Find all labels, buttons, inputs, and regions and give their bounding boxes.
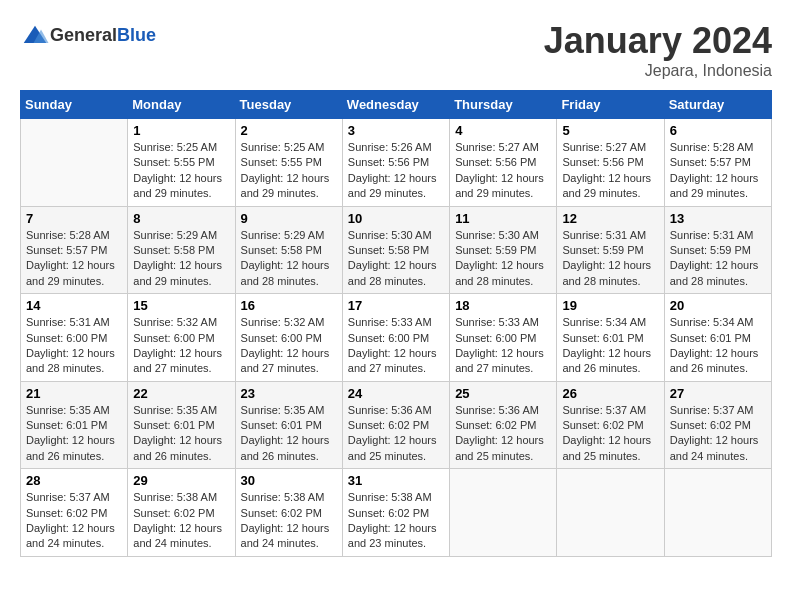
col-friday: Friday [557, 91, 664, 119]
calendar-cell: 29Sunrise: 5:38 AM Sunset: 6:02 PM Dayli… [128, 469, 235, 557]
calendar-cell: 11Sunrise: 5:30 AM Sunset: 5:59 PM Dayli… [450, 206, 557, 294]
day-number: 30 [241, 473, 337, 488]
day-number: 4 [455, 123, 551, 138]
day-info: Sunrise: 5:25 AM Sunset: 5:55 PM Dayligh… [133, 140, 229, 202]
col-tuesday: Tuesday [235, 91, 342, 119]
calendar-cell: 28Sunrise: 5:37 AM Sunset: 6:02 PM Dayli… [21, 469, 128, 557]
calendar-cell: 3Sunrise: 5:26 AM Sunset: 5:56 PM Daylig… [342, 119, 449, 207]
day-number: 9 [241, 211, 337, 226]
day-info: Sunrise: 5:27 AM Sunset: 5:56 PM Dayligh… [455, 140, 551, 202]
week-row-2: 7Sunrise: 5:28 AM Sunset: 5:57 PM Daylig… [21, 206, 772, 294]
day-info: Sunrise: 5:38 AM Sunset: 6:02 PM Dayligh… [348, 490, 444, 552]
logo: GeneralBlue [20, 20, 156, 50]
calendar-cell: 5Sunrise: 5:27 AM Sunset: 5:56 PM Daylig… [557, 119, 664, 207]
col-saturday: Saturday [664, 91, 771, 119]
day-info: Sunrise: 5:32 AM Sunset: 6:00 PM Dayligh… [133, 315, 229, 377]
day-number: 17 [348, 298, 444, 313]
day-number: 8 [133, 211, 229, 226]
day-number: 6 [670, 123, 766, 138]
day-number: 25 [455, 386, 551, 401]
calendar-cell: 7Sunrise: 5:28 AM Sunset: 5:57 PM Daylig… [21, 206, 128, 294]
calendar-cell [21, 119, 128, 207]
col-monday: Monday [128, 91, 235, 119]
day-info: Sunrise: 5:36 AM Sunset: 6:02 PM Dayligh… [348, 403, 444, 465]
day-info: Sunrise: 5:37 AM Sunset: 6:02 PM Dayligh… [562, 403, 658, 465]
col-sunday: Sunday [21, 91, 128, 119]
calendar-cell: 17Sunrise: 5:33 AM Sunset: 6:00 PM Dayli… [342, 294, 449, 382]
day-number: 15 [133, 298, 229, 313]
day-info: Sunrise: 5:37 AM Sunset: 6:02 PM Dayligh… [26, 490, 122, 552]
day-number: 29 [133, 473, 229, 488]
col-wednesday: Wednesday [342, 91, 449, 119]
calendar-cell: 25Sunrise: 5:36 AM Sunset: 6:02 PM Dayli… [450, 381, 557, 469]
calendar-cell: 19Sunrise: 5:34 AM Sunset: 6:01 PM Dayli… [557, 294, 664, 382]
day-info: Sunrise: 5:36 AM Sunset: 6:02 PM Dayligh… [455, 403, 551, 465]
day-info: Sunrise: 5:35 AM Sunset: 6:01 PM Dayligh… [26, 403, 122, 465]
day-number: 12 [562, 211, 658, 226]
calendar-cell: 22Sunrise: 5:35 AM Sunset: 6:01 PM Dayli… [128, 381, 235, 469]
calendar-cell: 24Sunrise: 5:36 AM Sunset: 6:02 PM Dayli… [342, 381, 449, 469]
day-number: 18 [455, 298, 551, 313]
col-thursday: Thursday [450, 91, 557, 119]
title-area: January 2024 Jepara, Indonesia [544, 20, 772, 80]
day-number: 13 [670, 211, 766, 226]
day-number: 20 [670, 298, 766, 313]
day-info: Sunrise: 5:35 AM Sunset: 6:01 PM Dayligh… [133, 403, 229, 465]
day-number: 14 [26, 298, 122, 313]
day-info: Sunrise: 5:33 AM Sunset: 6:00 PM Dayligh… [455, 315, 551, 377]
week-row-1: 1Sunrise: 5:25 AM Sunset: 5:55 PM Daylig… [21, 119, 772, 207]
day-number: 28 [26, 473, 122, 488]
day-number: 11 [455, 211, 551, 226]
location-title: Jepara, Indonesia [544, 62, 772, 80]
week-row-3: 14Sunrise: 5:31 AM Sunset: 6:00 PM Dayli… [21, 294, 772, 382]
day-number: 26 [562, 386, 658, 401]
day-info: Sunrise: 5:31 AM Sunset: 6:00 PM Dayligh… [26, 315, 122, 377]
calendar-cell: 18Sunrise: 5:33 AM Sunset: 6:00 PM Dayli… [450, 294, 557, 382]
day-number: 5 [562, 123, 658, 138]
calendar-cell: 6Sunrise: 5:28 AM Sunset: 5:57 PM Daylig… [664, 119, 771, 207]
calendar-cell: 27Sunrise: 5:37 AM Sunset: 6:02 PM Dayli… [664, 381, 771, 469]
day-info: Sunrise: 5:30 AM Sunset: 5:59 PM Dayligh… [455, 228, 551, 290]
logo-text-general: General [50, 25, 117, 46]
calendar-cell: 13Sunrise: 5:31 AM Sunset: 5:59 PM Dayli… [664, 206, 771, 294]
calendar-cell: 2Sunrise: 5:25 AM Sunset: 5:55 PM Daylig… [235, 119, 342, 207]
calendar-cell [664, 469, 771, 557]
day-info: Sunrise: 5:26 AM Sunset: 5:56 PM Dayligh… [348, 140, 444, 202]
day-number: 23 [241, 386, 337, 401]
day-number: 10 [348, 211, 444, 226]
day-number: 27 [670, 386, 766, 401]
calendar-cell [557, 469, 664, 557]
calendar-cell: 12Sunrise: 5:31 AM Sunset: 5:59 PM Dayli… [557, 206, 664, 294]
day-number: 2 [241, 123, 337, 138]
calendar-table: Sunday Monday Tuesday Wednesday Thursday… [20, 90, 772, 557]
calendar-cell: 1Sunrise: 5:25 AM Sunset: 5:55 PM Daylig… [128, 119, 235, 207]
day-info: Sunrise: 5:28 AM Sunset: 5:57 PM Dayligh… [26, 228, 122, 290]
day-number: 22 [133, 386, 229, 401]
calendar-cell: 20Sunrise: 5:34 AM Sunset: 6:01 PM Dayli… [664, 294, 771, 382]
calendar-cell: 31Sunrise: 5:38 AM Sunset: 6:02 PM Dayli… [342, 469, 449, 557]
day-number: 24 [348, 386, 444, 401]
day-info: Sunrise: 5:25 AM Sunset: 5:55 PM Dayligh… [241, 140, 337, 202]
day-info: Sunrise: 5:32 AM Sunset: 6:00 PM Dayligh… [241, 315, 337, 377]
calendar-cell: 21Sunrise: 5:35 AM Sunset: 6:01 PM Dayli… [21, 381, 128, 469]
day-number: 16 [241, 298, 337, 313]
day-info: Sunrise: 5:28 AM Sunset: 5:57 PM Dayligh… [670, 140, 766, 202]
day-info: Sunrise: 5:34 AM Sunset: 6:01 PM Dayligh… [670, 315, 766, 377]
day-number: 1 [133, 123, 229, 138]
day-info: Sunrise: 5:35 AM Sunset: 6:01 PM Dayligh… [241, 403, 337, 465]
day-info: Sunrise: 5:30 AM Sunset: 5:58 PM Dayligh… [348, 228, 444, 290]
calendar-cell: 26Sunrise: 5:37 AM Sunset: 6:02 PM Dayli… [557, 381, 664, 469]
calendar-cell: 30Sunrise: 5:38 AM Sunset: 6:02 PM Dayli… [235, 469, 342, 557]
day-number: 3 [348, 123, 444, 138]
calendar-cell: 14Sunrise: 5:31 AM Sunset: 6:00 PM Dayli… [21, 294, 128, 382]
day-info: Sunrise: 5:29 AM Sunset: 5:58 PM Dayligh… [241, 228, 337, 290]
calendar-cell: 4Sunrise: 5:27 AM Sunset: 5:56 PM Daylig… [450, 119, 557, 207]
header-row: Sunday Monday Tuesday Wednesday Thursday… [21, 91, 772, 119]
calendar-cell: 23Sunrise: 5:35 AM Sunset: 6:01 PM Dayli… [235, 381, 342, 469]
header: GeneralBlue January 2024 Jepara, Indones… [20, 20, 772, 80]
logo-text-blue: Blue [117, 25, 156, 46]
calendar-cell: 10Sunrise: 5:30 AM Sunset: 5:58 PM Dayli… [342, 206, 449, 294]
day-number: 7 [26, 211, 122, 226]
calendar-cell: 9Sunrise: 5:29 AM Sunset: 5:58 PM Daylig… [235, 206, 342, 294]
week-row-5: 28Sunrise: 5:37 AM Sunset: 6:02 PM Dayli… [21, 469, 772, 557]
